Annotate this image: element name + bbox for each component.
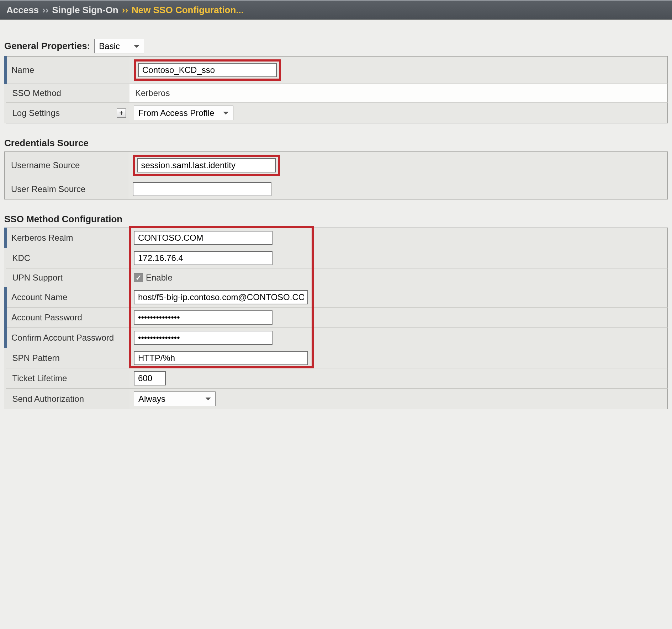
send-authorization-select[interactable]: Always (134, 391, 216, 406)
add-log-setting-button[interactable]: + (117, 108, 126, 118)
account-password-input[interactable] (134, 310, 272, 325)
name-input[interactable] (138, 63, 277, 77)
sso-method-config-table: Kerberos Realm KDC UPN Support ✓ Enable (4, 228, 668, 409)
row-upn-support: UPN Support ✓ Enable (6, 268, 668, 287)
chevron-icon: ›› (122, 5, 128, 16)
label-account-password: Account Password (6, 308, 129, 328)
row-account-password: Account Password (6, 308, 668, 328)
section-title-method: SSO Method Configuration (4, 214, 122, 225)
label-send-authorization: Send Authorization (6, 389, 129, 409)
row-kdc: KDC (6, 248, 668, 268)
label-name: Name (6, 57, 129, 84)
row-ticket-lifetime: Ticket Lifetime (6, 368, 668, 389)
log-settings-label-text: Log Settings (12, 108, 60, 118)
row-kerberos-realm: Kerberos Realm (6, 228, 668, 248)
row-confirm-password: Confirm Account Password (6, 328, 668, 348)
log-settings-select[interactable]: From Access Profile (134, 106, 233, 120)
label-ticket-lifetime: Ticket Lifetime (6, 368, 129, 389)
highlight-name (134, 59, 281, 81)
label-kerberos-realm: Kerberos Realm (6, 228, 129, 248)
confirm-password-input[interactable] (134, 331, 272, 345)
row-account-name: Account Name (6, 287, 668, 308)
general-properties-table: Name SSO Method Kerberos Log Settings + (4, 56, 668, 123)
highlight-username (133, 155, 280, 176)
credentials-source-table: Username Source User Realm Source (4, 151, 668, 199)
view-mode-select[interactable]: Basic (94, 39, 144, 53)
label-spn-pattern: SPN Pattern (6, 348, 129, 368)
section-title-credentials: Credentials Source (4, 138, 89, 149)
row-send-authorization: Send Authorization Always (6, 389, 668, 409)
label-username-source: Username Source (5, 152, 128, 179)
label-user-realm-source: User Realm Source (5, 179, 128, 199)
breadcrumb-item-access[interactable]: Access (6, 5, 39, 16)
label-log-settings: Log Settings + (6, 103, 129, 123)
label-upn-support: UPN Support (6, 268, 129, 287)
breadcrumb-current: New SSO Configuration... (132, 5, 244, 16)
chevron-icon: ›› (42, 5, 48, 16)
user-realm-source-input[interactable] (133, 182, 271, 196)
spn-pattern-input[interactable] (134, 351, 308, 365)
row-sso-method: SSO Method Kerberos (6, 84, 668, 103)
row-name: Name (6, 57, 668, 84)
row-user-realm-source: User Realm Source (5, 179, 668, 199)
label-account-name: Account Name (6, 287, 129, 308)
row-username-source: Username Source (5, 152, 668, 179)
row-log-settings: Log Settings + From Access Profile (6, 103, 668, 123)
upn-enable-label: Enable (146, 273, 173, 283)
upn-enable-checkbox[interactable]: ✓ (134, 273, 143, 282)
breadcrumb-item-sso[interactable]: Single Sign-On (52, 5, 118, 16)
section-title-general: General Properties: (4, 41, 90, 52)
row-spn-pattern: SPN Pattern (6, 348, 668, 368)
breadcrumb: Access ›› Single Sign-On ›› New SSO Conf… (0, 0, 672, 20)
username-source-input[interactable] (137, 158, 276, 172)
label-sso-method: SSO Method (6, 84, 129, 103)
kdc-input[interactable] (134, 251, 272, 265)
label-kdc: KDC (6, 248, 129, 268)
kerberos-realm-input[interactable] (134, 231, 272, 245)
ticket-lifetime-input[interactable] (134, 371, 166, 385)
sso-method-value: Kerberos (134, 88, 170, 98)
account-name-input[interactable] (134, 290, 308, 304)
label-confirm-password: Confirm Account Password (6, 328, 129, 348)
